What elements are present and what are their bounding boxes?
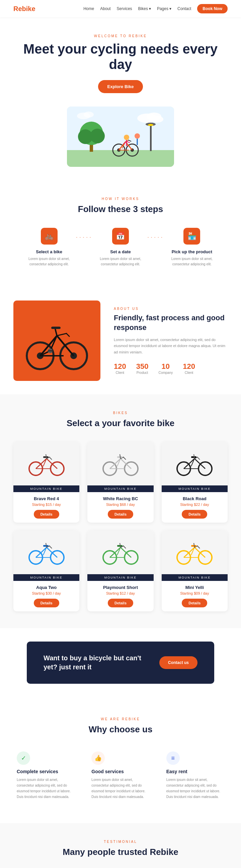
bike-info-1: Brave Red 4 Starting $15 / day Details [13, 492, 79, 523]
bike-price-1: Starting $15 / day [18, 502, 75, 506]
why-desc-1: Lorem ipsum dolor sit amet, consectetur … [17, 777, 75, 800]
svg-point-13 [148, 124, 153, 126]
bike-info-2: White Racing BC Starting $68 / day Detai… [88, 492, 153, 523]
bikes-label: Bikes [13, 411, 228, 415]
rent-banner-wrapper: Want to buy a bicycle but can't yet? jus… [0, 628, 241, 697]
nav-about[interactable]: About [100, 6, 110, 11]
bikes-grid: Mountain Bike Brave Red 4 Starting $15 /… [13, 442, 228, 611]
navbar: Rebike Home About Services Bikes ▾ Pages… [0, 0, 241, 18]
bike-details-btn-1[interactable]: Details [34, 510, 59, 519]
nav-pages[interactable]: Pages ▾ [157, 6, 171, 11]
why-icon-2: 👍 [91, 751, 105, 765]
bike-name-4: Aqua Two [18, 585, 75, 590]
svg-line-52 [49, 457, 52, 460]
svg-line-42 [66, 333, 70, 337]
steps-row: 🚲 Select a bike Lorem ipsum dolor sit am… [13, 228, 228, 267]
bike-details-btn-5[interactable]: Details [108, 599, 133, 608]
svg-rect-40 [51, 327, 61, 329]
testimonial-label: Testimonial [13, 840, 228, 843]
bike-name-6: Mini Yelli [166, 585, 223, 590]
svg-line-67 [184, 459, 195, 469]
svg-line-102 [197, 546, 200, 549]
bike-price-6: Starting $09 / day [166, 591, 223, 595]
bike-image-1 [13, 442, 79, 486]
how-it-works-section: How It Works Follow these 3 steps 🚲 Sele… [0, 177, 241, 287]
rent-banner: Want to buy a bicycle but can't yet? jus… [27, 642, 214, 684]
stat-2: 350 Product [136, 362, 149, 375]
hero-subtitle: Welcome to Rebike [13, 34, 228, 38]
svg-rect-11 [150, 125, 151, 151]
nav-home[interactable]: Home [83, 6, 94, 11]
testimonial-section: Testimonial Many people trusted Rebike "… [0, 823, 241, 868]
svg-line-39 [55, 329, 57, 336]
about-image-block [13, 301, 100, 381]
svg-point-28 [135, 133, 140, 139]
stat-4-label: Client [183, 371, 195, 375]
bike-card-6: Mountain Bike Mini Yelli Starting $09 / … [162, 531, 228, 611]
bike-tag-2: Mountain Bike [88, 486, 153, 492]
bike-info-4: Aqua Two Starting $30 / day Details [13, 581, 79, 611]
step-3: 🏪 Pick up the product Lorem ipsum dolor … [156, 228, 228, 267]
bike-image-6 [162, 531, 228, 574]
why-card-2: 👍 Good services Lorem ipsum dolor sit am… [88, 748, 152, 803]
svg-line-54 [46, 454, 46, 459]
about-bike-svg [20, 307, 94, 374]
hero-section: Welcome to Rebike Meet your cycling need… [0, 18, 241, 177]
about-label: About Us [114, 307, 228, 311]
stat-1-label: Client [114, 371, 126, 375]
bike-details-btn-4[interactable]: Details [34, 599, 59, 608]
why-card-3: ≡ Easy rent Lorem ipsum dolor sit amet, … [163, 748, 228, 803]
bike-name-3: Black Road [166, 496, 223, 501]
how-it-works-label: How It Works [13, 197, 228, 201]
bike-name-2: White Racing BC [91, 496, 149, 501]
nav-services[interactable]: Services [117, 6, 132, 11]
stat-2-label: Product [136, 371, 149, 375]
book-now-button[interactable]: Book Now [197, 4, 228, 13]
about-title: Friendly, fast process and good response [114, 313, 228, 332]
bike-svg-4 [27, 539, 67, 566]
why-label: We Are Rebike [13, 717, 228, 721]
stat-4: 120 Client [183, 362, 195, 375]
step-2-name: Set a date [91, 249, 149, 254]
explore-button[interactable]: Explore Bike [98, 80, 143, 93]
hero-illustration [67, 106, 174, 167]
stat-1: 120 Client [114, 362, 126, 375]
bike-price-4: Starting $30 / day [18, 591, 75, 595]
bike-details-btn-3[interactable]: Details [182, 510, 207, 519]
hero-svg [67, 106, 174, 167]
bike-card-4: Mountain Bike Aqua Two Starting $30 / da… [13, 531, 79, 611]
svg-line-92 [123, 546, 126, 549]
bike-details-btn-2[interactable]: Details [108, 510, 133, 519]
about-section: About Us Friendly, fast process and good… [0, 287, 241, 394]
about-desc: Lorem ipsum dolor sit amet, consectetur … [114, 337, 228, 355]
svg-line-77 [36, 548, 46, 557]
why-card-1: ✓ Complete services Lorem ipsum dolor si… [13, 748, 78, 803]
svg-line-94 [120, 543, 120, 548]
svg-line-87 [110, 548, 120, 557]
bike-info-5: Playmount Short Starting $12 / day Detai… [88, 581, 153, 611]
nav-contact[interactable]: Contact [177, 6, 191, 11]
svg-line-62 [123, 457, 126, 460]
about-content: About Us Friendly, fast process and good… [114, 307, 228, 374]
svg-rect-103 [191, 545, 197, 547]
bike-info-3: Black Road Starting $22 / day Details [162, 492, 228, 523]
svg-line-97 [184, 548, 195, 557]
bike-image-2 [88, 442, 153, 486]
bike-tag-6: Mountain Bike [162, 574, 228, 581]
navbar-logo: Rebike [13, 5, 35, 13]
why-grid: ✓ Complete services Lorem ipsum dolor si… [13, 748, 228, 803]
step-1-desc: Lorem ipsum dolor sit amet, consectetur … [20, 256, 78, 267]
nav-bikes[interactable]: Bikes ▾ [138, 6, 151, 11]
stat-3-label: Company [158, 371, 173, 375]
svg-line-41 [57, 333, 67, 336]
svg-line-34 [40, 336, 57, 356]
svg-point-24 [124, 135, 129, 140]
hero-title: Meet your cycling needs every day [13, 41, 228, 72]
svg-line-72 [197, 457, 200, 460]
bike-details-btn-6[interactable]: Details [182, 599, 207, 608]
why-desc-3: Lorem ipsum dolor sit amet, consectetur … [166, 777, 224, 800]
svg-line-68 [195, 459, 205, 469]
svg-rect-6 [67, 150, 174, 167]
why-section: We Are Rebike Why choose us ✓ Complete s… [0, 697, 241, 823]
contact-us-button[interactable]: Contact us [159, 656, 198, 669]
